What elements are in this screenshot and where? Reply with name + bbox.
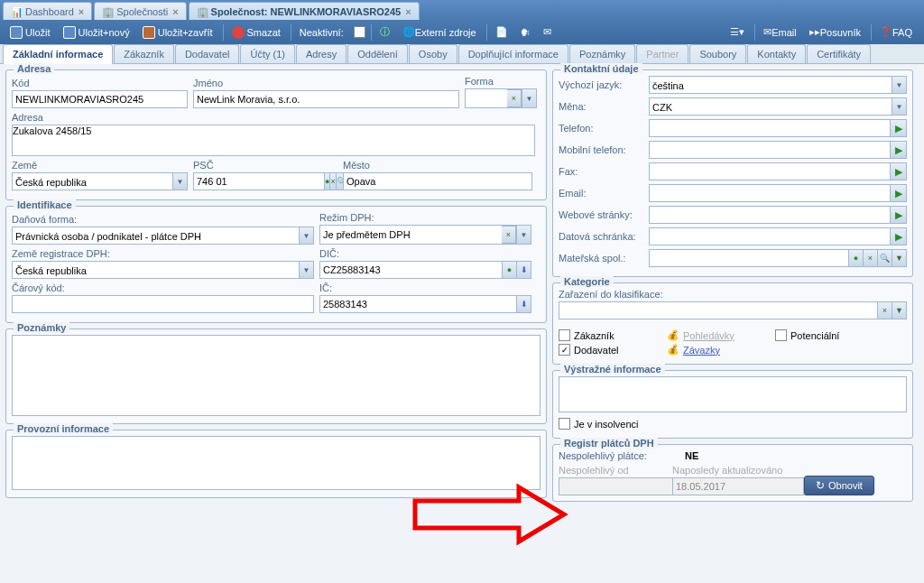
panel-title: Kontaktní údaje <box>560 63 642 74</box>
faq-button[interactable]: ❓ FAQ <box>874 24 918 40</box>
tab-departments[interactable]: Oddělení <box>347 44 408 63</box>
panel-identification: Identifikace Daňová forma: Právnická oso… <box>5 206 547 323</box>
save-button[interactable]: Uložit <box>5 24 56 41</box>
panel-operational: Provozní informace <box>5 430 547 498</box>
label-code: Kód <box>12 78 188 88</box>
tool-icon-3[interactable]: ✉ <box>538 24 557 40</box>
warnings-textarea[interactable] <box>559 376 907 412</box>
search-button[interactable]: 🔍 <box>878 249 892 267</box>
toolbar: Uložit Uložit+nový Uložit+zavřít Smazat … <box>0 20 924 44</box>
zip-input[interactable] <box>193 172 325 190</box>
verify-button[interactable]: ● <box>503 261 517 279</box>
name-input[interactable] <box>193 90 459 108</box>
refresh-button[interactable]: Obnovit <box>804 476 874 495</box>
vat-mode-select[interactable]: Je předmětem DPH×▼ <box>319 225 531 245</box>
call-button[interactable]: ▶ <box>891 141 907 159</box>
operational-textarea[interactable] <box>12 436 541 490</box>
barcode-input[interactable] <box>12 295 314 313</box>
classification-input[interactable] <box>559 301 878 319</box>
code-input[interactable] <box>12 90 188 108</box>
save-close-button[interactable]: Uložit+zavřít <box>137 24 218 41</box>
country-select[interactable]: Česká republika▼ <box>12 172 188 190</box>
vat-id-input[interactable] <box>319 261 503 279</box>
parent-input[interactable] <box>649 249 849 267</box>
call-button[interactable]: ▶ <box>891 162 907 180</box>
panel-title: Adresa <box>14 63 54 74</box>
save-new-button[interactable]: Uložit+nový <box>58 24 135 41</box>
tab-files[interactable]: Soubory <box>689 44 746 63</box>
vat-country-select[interactable]: Česká republika▼ <box>12 261 314 279</box>
wtab-company-detail[interactable]: 🏢Společnost: NEWLINKMORAVIASRO245× <box>189 2 420 20</box>
label-company-id: IČ: <box>319 282 531 293</box>
lookup-button[interactable]: ⬇ <box>517 295 531 313</box>
close-icon[interactable]: × <box>405 6 411 17</box>
clear-button[interactable]: × <box>878 301 892 319</box>
inactive-checkbox[interactable] <box>354 26 365 38</box>
language-select[interactable]: čeština▼ <box>649 76 907 94</box>
web-input[interactable] <box>649 206 891 224</box>
dropdown-button[interactable]: ▼ <box>892 301 907 319</box>
city-input[interactable] <box>343 172 532 190</box>
databox-input[interactable] <box>649 227 891 245</box>
open-button[interactable]: ▶ <box>891 227 907 245</box>
menu-button[interactable]: ☰▾ <box>725 24 750 40</box>
close-icon[interactable]: × <box>79 6 84 17</box>
open-button[interactable]: ▶ <box>891 206 907 224</box>
close-icon[interactable]: × <box>172 6 178 17</box>
wtab-companies[interactable]: 🏢Společnosti× <box>94 2 186 20</box>
payables-link[interactable]: Závazky <box>683 345 720 356</box>
tab-accounts[interactable]: Účty (1) <box>240 44 295 63</box>
form-select[interactable]: ×▼ <box>465 88 537 108</box>
tab-notes[interactable]: Poznámky <box>569 44 635 63</box>
dropdown-button[interactable]: ▼ <box>892 249 907 267</box>
label-parent: Mateřská spol.: <box>559 253 649 264</box>
tab-addresses[interactable]: Adresy <box>296 44 346 63</box>
tab-partner: Partner <box>636 44 688 63</box>
external-sources-button[interactable]: 🌐 Externí zdroje <box>397 24 482 40</box>
supplier-checkbox[interactable] <box>559 344 570 356</box>
email-input[interactable] <box>649 184 891 202</box>
label-web: Webové stránky: <box>559 209 649 220</box>
tab-customer[interactable]: Zákazník <box>114 44 174 63</box>
panel-warnings: Výstražné informace Je v insolvenci <box>552 370 913 439</box>
address-input[interactable]: Zukalova 2458/15 <box>12 125 535 156</box>
panel-vat-registry: Registr plátců DPH Nespolehlivý plátce:N… <box>552 444 913 502</box>
save-new-icon <box>63 26 76 39</box>
tab-additional[interactable]: Doplňující informace <box>458 44 568 63</box>
panel-notes: Poznámky <box>5 329 547 424</box>
slider-button[interactable]: ▸▸ Posuvník <box>804 24 866 40</box>
tab-basic-info[interactable]: Základní informace <box>3 44 113 64</box>
company-id-input[interactable] <box>319 295 517 313</box>
tab-certificates[interactable]: Certifikáty <box>807 44 871 63</box>
potential-checkbox[interactable] <box>775 329 787 341</box>
confirm-button[interactable]: ● <box>849 249 864 267</box>
info-button[interactable]: ⓘ <box>374 23 395 41</box>
tab-contacts[interactable]: Kontakty <box>747 44 806 63</box>
notes-textarea[interactable] <box>12 335 541 416</box>
panel-address: Adresa Kód Jméno Forma ×▼ <box>5 69 547 200</box>
tab-persons[interactable]: Osoby <box>409 44 457 63</box>
insolvency-checkbox[interactable] <box>559 418 570 430</box>
label-vat-id: DIČ: <box>319 248 531 259</box>
mail-button[interactable]: ▶ <box>891 184 907 202</box>
panel-title: Kategorie <box>560 276 614 287</box>
tab-supplier[interactable]: Dodavatel <box>175 44 240 63</box>
wtab-dashboard[interactable]: 📊Dashboard× <box>3 2 92 20</box>
email-button[interactable]: ✉ Email <box>758 24 802 40</box>
call-button[interactable]: ▶ <box>891 119 907 137</box>
building-icon: 🏢 <box>197 6 208 17</box>
mobile-input[interactable] <box>649 141 891 159</box>
delete-icon <box>232 26 245 39</box>
phone-input[interactable] <box>649 119 891 137</box>
clear-button[interactable]: × <box>864 249 878 267</box>
tool-icon-2[interactable]: 🗣 <box>515 25 536 40</box>
label-city: Město <box>343 160 532 171</box>
unreliable-value: NE <box>685 450 698 461</box>
delete-button[interactable]: Smazat <box>226 24 286 41</box>
tax-form-select[interactable]: Právnická osoba / podnikatel - plátce DP… <box>12 227 314 245</box>
tool-icon-1[interactable]: 📄 <box>490 24 513 40</box>
fax-input[interactable] <box>649 162 891 180</box>
customer-checkbox[interactable] <box>559 329 570 341</box>
lookup-button[interactable]: ⬇ <box>517 261 531 279</box>
currency-select[interactable]: CZK▼ <box>649 97 907 116</box>
